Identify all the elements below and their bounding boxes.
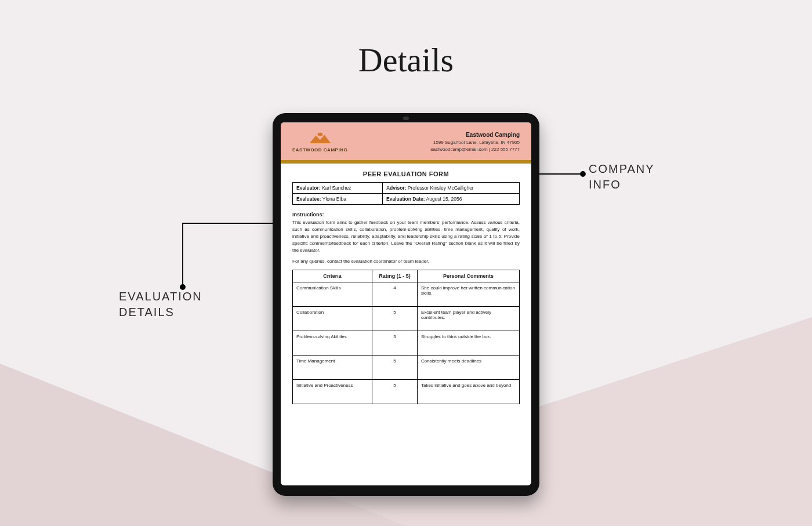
instructions-note: For any queries, contact the evaluation …	[292, 259, 520, 264]
meta-value: Professor Kinsley McGalligher	[408, 185, 474, 191]
meta-value: Ylona Elba	[322, 196, 346, 202]
annotation-company-info: COMPANY INFO	[589, 161, 655, 193]
doc-header: EASTWOOD CAMPING Eastwood Camping 1599 S…	[281, 122, 531, 160]
criteria-cell: Collaboration	[293, 307, 372, 331]
page-title: Details	[0, 41, 812, 79]
meta-cell: Advisor: Professor Kinsley McGalligher	[382, 183, 519, 194]
rating-cell: 3	[372, 331, 417, 355]
instructions-heading: Instructions:	[292, 212, 520, 217]
criteria-cell: Problem-solving Abilities	[293, 331, 372, 355]
rating-cell: 5	[372, 380, 417, 404]
comments-cell: She could improve her written communicat…	[418, 282, 520, 307]
meta-label: Advisor:	[386, 185, 406, 191]
criteria-cell: Initiative and Proactiveness	[293, 380, 372, 404]
company-info-block: Eastwood Camping 1599 Sugarfoot Lane, La…	[430, 130, 520, 153]
comments-cell: Consistently meets deadlines	[418, 355, 520, 380]
col-comments: Personal Comments	[418, 270, 520, 282]
company-logo: EASTWOOD CAMPING	[292, 132, 347, 153]
tablet-screen: EASTWOOD CAMPING Eastwood Camping 1599 S…	[281, 122, 531, 485]
meta-label: Evaluation Date:	[386, 196, 425, 202]
criteria-header-row: Criteria Rating (1 - 5) Personal Comment…	[293, 270, 520, 282]
meta-cell: Evaluatee: Ylona Elba	[293, 194, 383, 205]
meta-label: Evaluator:	[296, 185, 321, 191]
criteria-row: Problem-solving Abilities3Struggles to t…	[293, 331, 520, 355]
comments-cell: Takes initiative and goes above and beyo…	[418, 380, 520, 404]
criteria-cell: Time Management	[293, 355, 372, 380]
tablet-frame: EASTWOOD CAMPING Eastwood Camping 1599 S…	[273, 113, 539, 496]
criteria-row: Time Management5Consistently meets deadl…	[293, 355, 520, 380]
meta-row: Evaluatee: Ylona Elba Evaluation Date: A…	[293, 194, 520, 205]
company-address: 1599 Sugarfoot Lane, Lafayette, IN 47905	[430, 139, 520, 146]
company-name: Eastwood Camping	[430, 130, 520, 139]
meta-value: August 15, 2056	[426, 196, 462, 202]
criteria-cell: Communication Skills	[293, 282, 372, 307]
instructions-text: This evaluation form aims to gather feed…	[292, 219, 520, 254]
col-rating: Rating (1 - 5)	[372, 270, 417, 282]
comments-cell: Struggles to think outside the box.	[418, 331, 520, 355]
logo-text: EASTWOOD CAMPING	[292, 147, 347, 153]
meta-cell: Evaluator: Karl Sanchez	[293, 183, 383, 194]
doc-body: PEER EVALUATION FORM Evaluator: Karl San…	[281, 164, 531, 416]
meta-cell: Evaluation Date: August 15, 2056	[382, 194, 519, 205]
rating-cell: 5	[372, 307, 417, 331]
tablet-camera	[403, 117, 409, 120]
comments-cell: Excellent team player and actively contr…	[418, 307, 520, 331]
criteria-row: Collaboration5Excellent team player and …	[293, 307, 520, 331]
rating-cell: 4	[372, 282, 417, 307]
meta-table: Evaluator: Karl Sanchez Advisor: Profess…	[292, 182, 520, 205]
criteria-table: Criteria Rating (1 - 5) Personal Comment…	[292, 270, 520, 404]
rating-cell: 5	[372, 355, 417, 380]
annotation-evaluation-details: EVALUATION DETAILS	[119, 289, 202, 320]
criteria-row: Initiative and Proactiveness5Takes initi…	[293, 380, 520, 404]
company-contact: eastwoodcamp@email.com | 222 555 7777	[430, 146, 520, 153]
logo-icon	[307, 132, 333, 146]
svg-point-3	[317, 132, 322, 136]
meta-value: Karl Sanchez	[322, 185, 351, 191]
meta-row: Evaluator: Karl Sanchez Advisor: Profess…	[293, 183, 520, 194]
meta-label: Evaluatee:	[296, 196, 321, 202]
doc-title: PEER EVALUATION FORM	[292, 171, 520, 177]
col-criteria: Criteria	[293, 270, 372, 282]
stage: Details COMPANY INFO EVALUATION DETAILS …	[0, 0, 812, 526]
svg-point-1	[581, 172, 585, 176]
criteria-row: Communication Skills4She could improve h…	[293, 282, 520, 307]
